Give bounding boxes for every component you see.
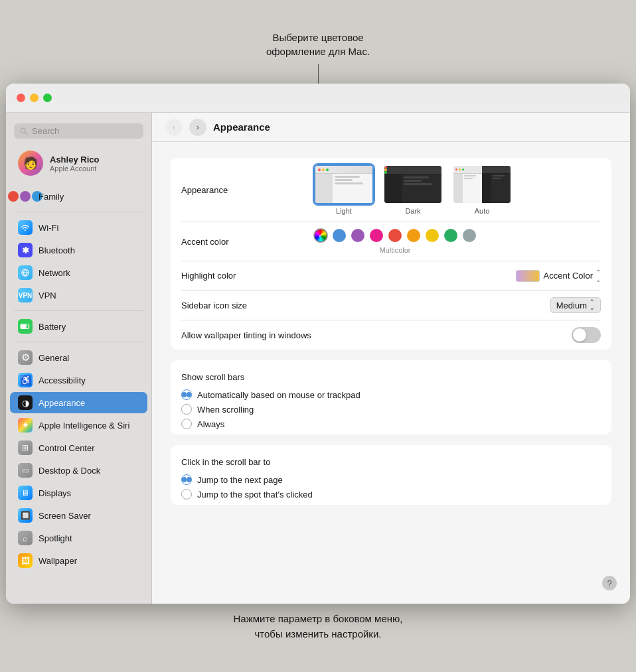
- sidebar-item-screensaver[interactable]: 🔲 Screen Saver: [10, 505, 147, 526]
- tooltip-top-text: Выберите цветовоеоформление для Mac.: [266, 31, 370, 58]
- highlight-color-row: Highlight color Accent Color ⌃⌄: [181, 261, 601, 291]
- sidebar-item-network[interactable]: Network: [10, 262, 147, 283]
- user-subtitle: Apple Account: [50, 165, 99, 172]
- sidebar-icon-select[interactable]: Medium ⌃⌄: [550, 297, 601, 313]
- maximize-button[interactable]: [43, 94, 52, 102]
- sidebar-item-wallpaper[interactable]: 🖼 Wallpaper: [10, 550, 147, 571]
- sidebar-label-network: Network: [39, 268, 70, 278]
- highlight-select[interactable]: Accent Color ⌃⌄: [544, 269, 601, 283]
- dark-thumb-img: [383, 165, 443, 204]
- window: Search 🧑 Ashley Rico Apple Account: [6, 84, 630, 604]
- sidebar-item-vpn[interactable]: VPN VPN: [10, 285, 147, 306]
- accent-pink[interactable]: [370, 229, 383, 242]
- sidebar-item-wifi[interactable]: Wi-Fi: [10, 217, 147, 238]
- accent-control: Multicolor: [314, 229, 601, 254]
- appearance-auto-option[interactable]: Auto: [452, 165, 512, 215]
- accent-multicolor[interactable]: [314, 229, 327, 242]
- user-info: Ashley Rico Apple Account: [50, 155, 99, 172]
- click-spot-option[interactable]: Jump to the spot that's clicked: [181, 489, 601, 500]
- wallpaper-toggle[interactable]: [572, 327, 601, 343]
- wallpaper-control: [572, 327, 601, 343]
- svg-rect-6: [21, 324, 27, 328]
- scrollbar-auto-option[interactable]: Automatically based on mouse or trackpad: [181, 389, 601, 400]
- search-box[interactable]: Search: [14, 123, 143, 139]
- sidebar-item-general[interactable]: ⚙ General: [10, 347, 147, 368]
- auto-label: Auto: [475, 207, 490, 215]
- sidebar-item-bluetooth[interactable]: ✱ Bluetooth: [10, 239, 147, 261]
- show-scrollbars-label: Show scroll bars: [181, 372, 244, 382]
- sidebar-icon-row: Sidebar icon size Medium ⌃⌄: [181, 291, 601, 320]
- traffic-lights: [17, 94, 52, 102]
- light-label: Light: [336, 207, 352, 215]
- accent-green[interactable]: [444, 229, 457, 242]
- sidebar-label-desktop: Desktop & Dock: [39, 466, 100, 476]
- appearance-card: Appearance: [171, 158, 611, 350]
- scrollbar-radio-group: Automatically based on mouse or trackpad…: [181, 389, 601, 435]
- sidebar-divider-1: [14, 212, 143, 212]
- wallpaper-row: Allow wallpaper tinting in windows: [181, 320, 601, 350]
- sidebar-label-spotlight: Spotlight: [39, 533, 72, 543]
- tooltip-top-area: Выберите цветовоеоформление для Mac.: [266, 31, 370, 84]
- sidebar-item-spotlight[interactable]: ⌕ Spotlight: [10, 527, 147, 549]
- back-button[interactable]: ‹: [165, 119, 183, 136]
- sidebar-item-appearance[interactable]: ◑ Appearance: [10, 392, 147, 413]
- spotlight-icon: ⌕: [18, 531, 33, 545]
- svg-point-0: [21, 128, 25, 133]
- svg-point-2: [25, 230, 26, 231]
- accent-yellow[interactable]: [426, 229, 439, 242]
- scrollbar-always-radio: [181, 419, 192, 429]
- scrollbar-always-option[interactable]: Always: [181, 419, 601, 429]
- tooltip-line-top: [318, 64, 319, 84]
- accent-graphite[interactable]: [463, 229, 476, 242]
- minimize-button[interactable]: [30, 94, 39, 102]
- content-header: ‹ › Appearance: [152, 113, 630, 142]
- sidebar-item-siri[interactable]: ✦ Apple Intelligence & Siri: [10, 415, 147, 436]
- sidebar-label-appearance: Appearance: [39, 398, 85, 408]
- sidebar-item-desktop[interactable]: ▭ Desktop & Dock: [10, 460, 147, 481]
- accent-sublabel: Multicolor: [314, 246, 476, 254]
- accent-red[interactable]: [388, 229, 402, 242]
- help-button[interactable]: ?: [602, 576, 617, 590]
- sidebar-label-siri: Apple Intelligence & Siri: [39, 421, 129, 431]
- scrollbar-scrolling-option[interactable]: When scrolling: [181, 404, 601, 415]
- sidebar-label-wifi: Wi-Fi: [39, 223, 58, 233]
- scrollbar-auto-radio: [181, 389, 192, 400]
- sidebar-item-control[interactable]: ⊞ Control Center: [10, 437, 147, 458]
- forward-button[interactable]: ›: [189, 119, 206, 136]
- click-next-page-option[interactable]: Jump to the next page: [181, 474, 601, 485]
- search-placeholder: Search: [32, 126, 59, 136]
- wallpaper-icon: 🖼: [18, 553, 33, 568]
- sidebar-user[interactable]: 🧑 Ashley Rico Apple Account: [10, 145, 147, 181]
- sidebar-item-accessibility[interactable]: ♿ Accessibility: [10, 370, 147, 391]
- accent-orange[interactable]: [407, 229, 420, 242]
- appearance-control: Light: [314, 165, 601, 215]
- light-thumb-img: [314, 165, 374, 204]
- close-button[interactable]: [17, 94, 25, 102]
- accent-blue[interactable]: [333, 229, 346, 242]
- appearance-light-option[interactable]: Light: [314, 165, 374, 215]
- family-icon: [18, 189, 33, 204]
- sidebar-label-battery: Battery: [39, 322, 66, 332]
- sidebar-icon-value: Medium: [556, 301, 587, 310]
- scrollbar-always-label: Always: [197, 419, 224, 429]
- sidebar-item-family[interactable]: Family: [10, 186, 147, 207]
- sidebar-item-displays[interactable]: 🖥 Displays: [10, 482, 147, 504]
- accessibility-icon: ♿: [18, 373, 33, 387]
- sidebar-label-bluetooth: Bluetooth: [39, 245, 75, 255]
- highlight-value: Accent Color: [544, 271, 593, 281]
- click-spot-label: Jump to the spot that's clicked: [197, 490, 313, 500]
- displays-icon: 🖥: [18, 486, 33, 500]
- sidebar-item-battery[interactable]: Battery: [10, 316, 147, 337]
- tooltip-bottom-text: Нажмите параметр в боковом меню,чтобы из…: [234, 612, 403, 641]
- accent-purple[interactable]: [351, 229, 364, 242]
- wifi-icon: [18, 220, 33, 235]
- sidebar-label-displays: Displays: [39, 488, 71, 498]
- appearance-dark-option[interactable]: Dark: [383, 165, 443, 215]
- wallpaper-setting-label: Allow wallpaper tinting in windows: [181, 330, 572, 340]
- window-body: Search 🧑 Ashley Rico Apple Account: [6, 113, 630, 604]
- accent-colors-group: Multicolor: [314, 229, 476, 254]
- click-scrollbar-card: Click in the scroll bar to Jump to the n…: [171, 445, 611, 505]
- accent-label: Accent color: [181, 237, 314, 247]
- scrollbar-scrolling-label: When scrolling: [197, 405, 254, 415]
- click-radio-group: Jump to the next page Jump to the spot t…: [181, 474, 601, 505]
